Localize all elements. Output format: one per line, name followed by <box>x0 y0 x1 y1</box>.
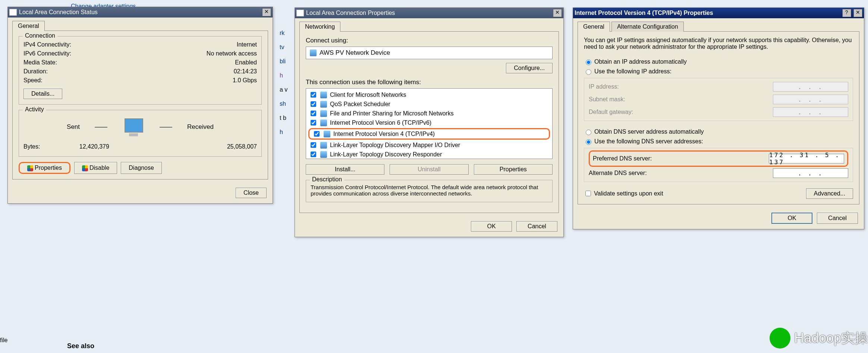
component-icon <box>320 110 327 117</box>
component-checkbox[interactable] <box>311 111 316 116</box>
shield-icon <box>27 165 33 171</box>
status-title: Local Area Connection Status <box>19 9 98 16</box>
watermark: Hadoop实操 <box>770 328 868 349</box>
list-item: File and Printer Sharing for Microsoft N… <box>306 109 552 118</box>
ipv6-value: No network access <box>207 50 257 57</box>
obtain-dns-radio[interactable] <box>586 130 591 135</box>
component-checkbox[interactable] <box>311 101 316 107</box>
list-item: Client for Microsoft Networks <box>306 90 552 99</box>
subnet-input: . . . <box>773 95 848 104</box>
bytes-sent: 12,420,379 <box>40 143 148 150</box>
component-checkbox[interactable] <box>311 152 316 157</box>
activity-group-title: Activity <box>23 106 46 113</box>
list-item-ipv4: Internet Protocol Version 4 (TCP/IPv4) <box>308 128 550 140</box>
close-icon[interactable]: ✕ <box>853 9 862 17</box>
duration-value: 02:14:23 <box>234 68 257 75</box>
use-dns-label: Use the following DNS server addresses: <box>594 138 703 145</box>
list-item: QoS Packet Scheduler <box>306 99 552 109</box>
disable-button[interactable]: Disable <box>74 162 117 174</box>
bytes-received: 25,058,007 <box>148 143 257 150</box>
connect-using-label: Connect using: <box>306 37 553 44</box>
list-item: Link-Layer Topology Discovery Mapper I/O… <box>306 140 552 150</box>
ipv4-value: Internet <box>237 41 257 48</box>
use-ip-label: Use the following IP address: <box>594 68 672 75</box>
received-label: Received <box>187 123 214 131</box>
sent-label: Sent <box>67 123 80 131</box>
shield-icon <box>82 165 88 171</box>
duration-label: Duration: <box>23 68 48 75</box>
use-ip-radio[interactable] <box>586 69 591 75</box>
ipv6-label: IPv6 Connectivity: <box>23 50 71 57</box>
device-name: AWS PV Network Device <box>320 49 390 57</box>
ok-button[interactable]: OK <box>771 213 812 224</box>
close-icon[interactable]: ✕ <box>553 9 562 17</box>
cancel-button[interactable]: Cancel <box>516 221 557 232</box>
description-text: Transmission Control Protocol/Internet P… <box>311 184 548 197</box>
help-icon[interactable]: ? <box>842 9 851 17</box>
see-also-text: See also <box>67 342 94 350</box>
component-checkbox[interactable] <box>314 131 320 137</box>
uninstall-button: Uninstall <box>390 164 468 175</box>
component-checkbox[interactable] <box>311 120 316 125</box>
pref-dns-label: Preferred DNS server: <box>593 155 769 162</box>
properties-button[interactable]: Properties <box>19 162 70 174</box>
status-panel: Connection IPv4 Connectivity:Internet IP… <box>12 31 268 179</box>
list-item: Internet Protocol Version 6 (TCP/IPv6) <box>306 118 552 127</box>
component-icon <box>320 101 327 108</box>
props-titlebar[interactable]: Local Area Connection Properties ✕ <box>295 8 563 18</box>
speed-label: Speed: <box>23 77 43 84</box>
cancel-button[interactable]: Cancel <box>817 213 858 224</box>
activity-group: Activity Sent —— —— Received Bytes: 12,4… <box>19 110 262 157</box>
window-icon <box>9 9 17 16</box>
component-checkbox[interactable] <box>311 142 316 148</box>
preferred-dns-row: Preferred DNS server: 172 . 31 . 5 . 137 <box>589 150 848 167</box>
file-text: file <box>0 337 7 344</box>
component-properties-button[interactable]: Properties <box>474 164 553 175</box>
component-checkbox[interactable] <box>311 92 316 98</box>
component-icon <box>320 142 327 149</box>
tab-general[interactable]: General <box>578 22 610 32</box>
bytes-label: Bytes: <box>23 143 40 150</box>
alt-dns-input[interactable]: . . . <box>773 168 848 178</box>
ip-label: IP address: <box>589 83 773 90</box>
tab-general[interactable]: General <box>12 21 45 31</box>
gateway-label: Default gateway: <box>589 109 773 115</box>
window-icon <box>296 10 304 16</box>
install-button[interactable]: Install... <box>306 164 384 175</box>
props-title: Local Area Connection Properties <box>306 10 395 16</box>
close-button[interactable]: Close <box>236 188 267 198</box>
alt-dns-label: Alternate DNS server: <box>589 170 773 176</box>
tab-networking[interactable]: Networking <box>299 22 340 32</box>
component-icon <box>320 151 327 158</box>
details-button[interactable]: Details... <box>23 89 62 99</box>
media-label: Media State: <box>23 59 57 66</box>
advanced-button[interactable]: Advanced... <box>806 188 853 199</box>
gateway-input: . . . <box>773 107 848 117</box>
obtain-dns-label: Obtain DNS server address automatically <box>594 128 704 135</box>
close-icon[interactable]: ✕ <box>262 8 271 16</box>
validate-label: Validate settings upon exit <box>594 190 663 197</box>
status-titlebar[interactable]: Local Area Connection Status ✕ <box>8 7 273 18</box>
connection-group: Connection IPv4 Connectivity:Internet IP… <box>19 36 262 105</box>
connection-group-title: Connection <box>23 32 57 39</box>
properties-dialog: Local Area Connection Properties ✕ Netwo… <box>295 7 564 237</box>
obtain-ip-radio[interactable] <box>586 60 591 65</box>
wechat-icon <box>770 328 790 349</box>
validate-checkbox[interactable] <box>585 191 591 196</box>
status-dialog: Local Area Connection Status ✕ General C… <box>7 7 273 204</box>
use-dns-radio[interactable] <box>586 139 591 145</box>
pref-dns-input[interactable]: 172 . 31 . 5 . 137 <box>769 154 844 163</box>
configure-button[interactable]: Configure... <box>506 63 553 73</box>
tab-alternate[interactable]: Alternate Configuration <box>611 22 684 32</box>
diagnose-button[interactable]: Diagnose <box>121 162 162 174</box>
uses-label: This connection uses the following items… <box>306 79 553 86</box>
ok-button[interactable]: OK <box>471 221 512 232</box>
component-icon <box>320 120 327 126</box>
ipv4-titlebar[interactable]: Internet Protocol Version 4 (TCP/IPv4) P… <box>573 8 864 18</box>
ip-input: . . . <box>773 82 848 92</box>
device-box[interactable]: AWS PV Network Device <box>306 47 553 59</box>
components-list[interactable]: Client for Microsoft Networks QoS Packet… <box>306 88 553 159</box>
ipv4-intro: You can get IP settings assigned automat… <box>584 37 853 50</box>
ipv4-title: Internet Protocol Version 4 (TCP/IPv4) P… <box>575 10 713 16</box>
media-value: Enabled <box>235 59 257 66</box>
